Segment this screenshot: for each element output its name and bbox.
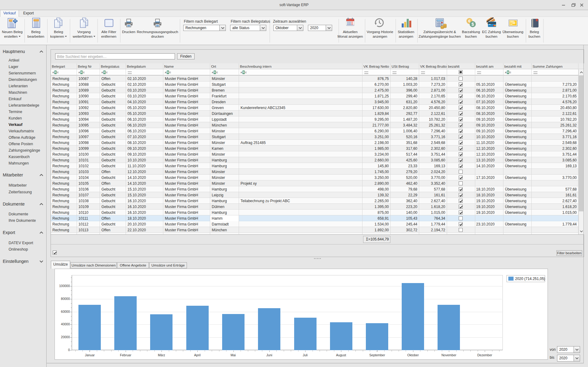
svg-text:$: $ xyxy=(472,22,474,27)
